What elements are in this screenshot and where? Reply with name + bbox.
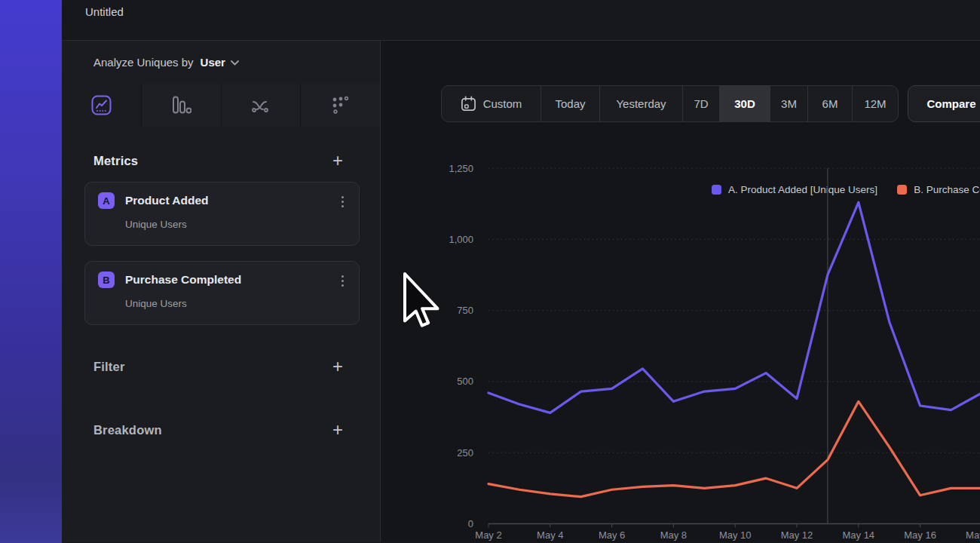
svg-text:1,000: 1,000 [449, 234, 473, 245]
svg-text:May 8: May 8 [660, 529, 687, 541]
document-title[interactable]: Untitled [62, 0, 124, 18]
tab-line-chart[interactable] [62, 84, 141, 127]
metric-menu-button[interactable] [341, 196, 344, 207]
svg-text:May 4: May 4 [537, 529, 563, 541]
analyze-by-dropdown[interactable]: User [201, 56, 239, 69]
metric-badge-b: B [98, 272, 115, 288]
svg-text:0: 0 [468, 518, 473, 529]
tab-scatter-chart[interactable] [300, 84, 380, 127]
svg-text:500: 500 [457, 376, 473, 387]
add-filter-button[interactable]: + [332, 359, 343, 374]
breakdown-section-header: Breakdown + [62, 422, 380, 437]
svg-text:May 12: May 12 [781, 529, 813, 541]
svg-text:May 18: May 18 [966, 529, 980, 541]
line-chart-icon [91, 95, 112, 115]
metrics-title: Metrics [93, 154, 138, 168]
metric-badge-a: A [98, 192, 115, 209]
metric-measure: Unique Users [125, 219, 347, 230]
filter-title: Filter [93, 360, 125, 374]
metric-card-a[interactable]: A Product Added Unique Users [84, 182, 360, 246]
scatter-chart-icon [330, 95, 351, 115]
tab-bar-chart[interactable] [141, 84, 221, 127]
svg-text:750: 750 [457, 305, 473, 316]
background-gradient-strip [0, 0, 62, 543]
query-sidebar: Analyze Uniques by User [62, 41, 381, 542]
chart-svg[interactable]: 02505007501,0001,250May 2May 4May 6May 8… [381, 41, 980, 542]
add-metric-button[interactable]: + [332, 153, 343, 168]
metric-name: Product Added [125, 194, 209, 207]
svg-text:May 14: May 14 [842, 529, 874, 541]
metric-measure: Unique Users [125, 298, 347, 309]
svg-text:May 6: May 6 [599, 529, 625, 541]
metrics-section-header: Metrics + [62, 153, 380, 168]
chart-panel: Custom Today Yesterday 7D 30D 3M 6M 12M … [381, 41, 980, 542]
breakdown-title: Breakdown [93, 423, 162, 437]
app-window: Untitled Analyze Uniques by User [62, 0, 980, 543]
chevron-down-icon [231, 60, 239, 66]
svg-text:1,250: 1,250 [449, 163, 473, 174]
svg-text:May 2: May 2 [475, 529, 501, 541]
chart-type-tabs [62, 84, 380, 127]
svg-text:May 10: May 10 [719, 529, 752, 541]
metric-name: Purchase Completed [125, 273, 241, 287]
analyze-label: Analyze Uniques by [93, 56, 194, 69]
tab-flow-chart[interactable] [221, 84, 301, 127]
svg-text:250: 250 [457, 447, 473, 459]
filter-section-header: Filter + [62, 359, 380, 374]
add-breakdown-button[interactable]: + [332, 422, 343, 437]
metric-menu-button[interactable] [341, 275, 344, 287]
analyze-row: Analyze Uniques by User [62, 41, 380, 84]
analyze-by-value: User [201, 56, 225, 69]
screen: Untitled Analyze Uniques by User [0, 0, 980, 543]
metric-card-b[interactable]: B Purchase Completed Unique Users [84, 261, 360, 325]
flow-chart-icon [250, 95, 271, 116]
top-bar: Untitled [62, 0, 980, 41]
svg-text:May 16: May 16 [904, 529, 936, 541]
bar-chart-icon [171, 95, 191, 115]
